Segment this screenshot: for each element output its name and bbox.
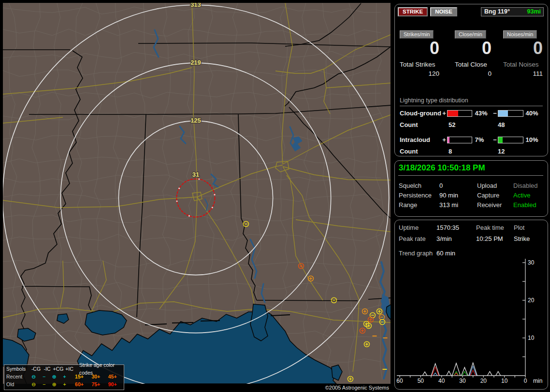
ic-positive-count: 8: [449, 148, 498, 155]
counters-panel: STRIKENOISE Bng 119° 93mi Strikes/min 0 …: [394, 4, 548, 156]
ring-label-31: 31: [192, 171, 199, 178]
legend-row-recent: Recent⊖−⊕+15+30+45+: [4, 373, 124, 380]
strikes-per-min-value: 0: [400, 40, 439, 57]
ic-count-row: Count 8 12: [400, 148, 543, 155]
strike-button[interactable]: STRIKE: [398, 7, 428, 16]
symbol-legend: Symbols -CG -IC +CG +IC Strike age color…: [4, 364, 124, 390]
legend-header: Symbols -CG -IC +CG +IC Strike age color…: [4, 365, 124, 373]
strikes-column: Strikes/min 0 Total Strikes 120: [400, 29, 439, 77]
total-strikes-value: 120: [400, 70, 439, 77]
total-noises-value: 111: [503, 70, 543, 77]
cg-negative-pct: 40%: [526, 110, 543, 117]
divider: [398, 175, 543, 176]
map-canvas[interactable]: 12521931331: [0, 0, 391, 392]
ic-positive-pct: 7%: [475, 136, 492, 143]
cloud-ground-label: Cloud-ground: [400, 110, 441, 117]
peak-rate-row: Peak rate 3/min 10:25 PM Strike: [395, 235, 548, 243]
noises-per-min-chip: Noises/min: [503, 30, 537, 39]
strikes-per-min-chip: Strikes/min: [400, 30, 434, 39]
svg-text:50: 50: [418, 378, 424, 384]
svg-text:20: 20: [528, 297, 535, 304]
svg-text:20: 20: [480, 378, 487, 384]
svg-text:40: 40: [438, 378, 445, 384]
svg-text:0: 0: [524, 378, 527, 384]
ic-positive-bar: [447, 137, 472, 143]
ring-label-125: 125: [190, 117, 201, 124]
total-close-value: 0: [455, 70, 492, 77]
stats-trend-panel: Uptime 1570:35 Peak time Plot Peak rate …: [394, 220, 548, 390]
cg-positive-count: 52: [449, 121, 498, 128]
ic-negative-bar: [498, 137, 523, 143]
range-row: Range 313 mi Receiver Enabled: [395, 201, 548, 209]
map-panel: 12521931331 ©2005 Astrogenic Systems Sym…: [0, 0, 391, 392]
uptime-row: Uptime 1570:35 Peak time Plot: [395, 224, 548, 232]
svg-text:60: 60: [396, 378, 403, 384]
ic-negative-pct: 10%: [526, 136, 543, 143]
legend-row-old: Old⊖−⊕+60+75+90+: [4, 380, 124, 388]
status-panel: 3/18/2026 10:50:18 PM Squelch 0 Upload D…: [394, 160, 548, 217]
close-column: Close/min 0 Total Close 0: [455, 29, 492, 77]
upload-status: Disabled: [513, 182, 538, 189]
ic-negative-count: 12: [498, 148, 505, 155]
minus-sign: −: [492, 136, 498, 143]
receiver-status: Enabled: [513, 201, 536, 209]
squelch-row: Squelch 0 Upload Disabled: [395, 182, 548, 190]
intracloud-row: Intracloud + 7% − 10%: [400, 136, 543, 143]
count-label: Count: [400, 148, 449, 155]
cg-positive-pct: 43%: [475, 110, 492, 117]
svg-text:30: 30: [528, 259, 535, 266]
cg-positive-bar: [447, 110, 472, 117]
close-per-min-chip: Close/min: [455, 30, 486, 39]
persistence-row: Persistence 90 min Capture Active: [395, 192, 548, 199]
intracloud-label: Intracloud: [400, 136, 441, 143]
plus-sign: +: [441, 110, 447, 117]
ring-label-313: 313: [190, 1, 201, 8]
bearing-distance: 93mi: [527, 8, 541, 16]
total-close-label: Total Close: [455, 61, 492, 68]
svg-text:10: 10: [528, 335, 535, 341]
cg-negative-bar: [498, 110, 523, 117]
bearing-label: Bng 119°: [484, 8, 510, 16]
total-noises-label: Total Noises: [503, 61, 543, 68]
cloud-ground-row: Cloud-ground + 43% − 40%: [400, 110, 543, 117]
ring-label-219: 219: [190, 59, 201, 66]
count-label: Count: [400, 121, 449, 128]
capture-status: Active: [513, 192, 530, 199]
total-strikes-label: Total Strikes: [400, 61, 439, 68]
distribution-title: Lightning type distribution: [400, 97, 543, 106]
svg-text:10: 10: [501, 378, 508, 384]
close-per-min-value: 0: [455, 40, 492, 57]
cg-count-row: Count 52 48: [400, 121, 543, 128]
lightning-distribution: Lightning type distribution Cloud-ground…: [400, 97, 543, 155]
noises-column: Noises/min 0 Total Noises 111: [503, 29, 543, 77]
svg-text:30: 30: [459, 378, 466, 384]
noise-button[interactable]: NOISE: [430, 7, 457, 16]
noises-per-min-value: 0: [503, 40, 543, 57]
bearing-display: Bng 119° 93mi: [481, 7, 544, 16]
datetime-display: 3/18/2026 10:50:18 PM: [399, 163, 485, 173]
plus-sign: +: [441, 136, 447, 143]
cg-negative-count: 48: [498, 121, 505, 128]
minus-sign: −: [492, 110, 498, 117]
copyright-text: ©2005 Astrogenic Systems: [300, 385, 389, 391]
svg-text:min: min: [533, 378, 542, 384]
trend-graph: 6050403020100min102030: [396, 256, 547, 388]
